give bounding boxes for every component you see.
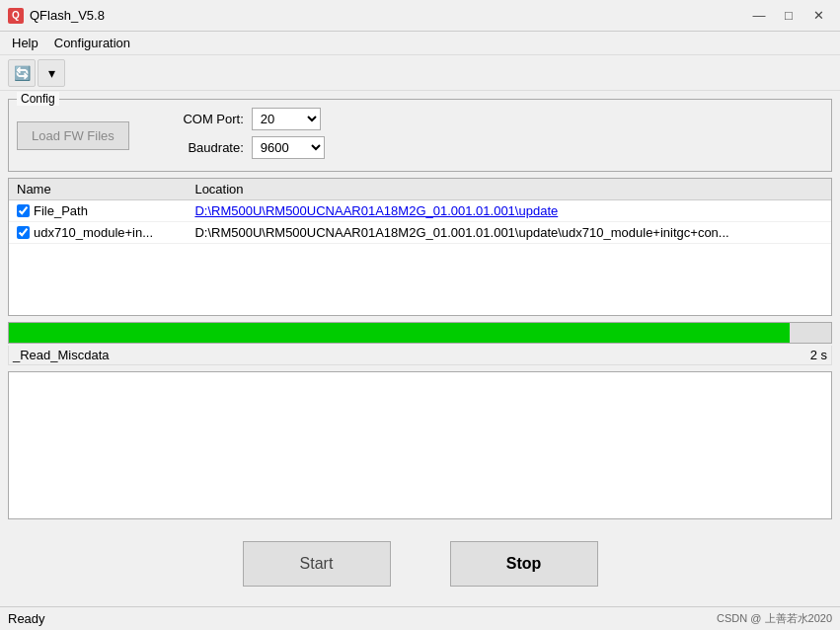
col-name: Name [9, 179, 187, 200]
table-row: File_PathD:\RM500U\RM500UCNAAR01A18M2G_0… [9, 200, 831, 222]
progress-bar-outer [8, 322, 832, 344]
file-checkbox[interactable] [17, 226, 30, 239]
progress-bar-inner [9, 323, 790, 343]
config-group: Config Load FW Files COM Port: 20 1 2 5 … [8, 99, 832, 172]
load-fw-button[interactable]: Load FW Files [17, 121, 129, 150]
baudrate-label: Baudrate: [165, 140, 244, 155]
status-text: Ready [8, 611, 45, 626]
maximize-button[interactable]: □ [775, 5, 802, 27]
col-location: Location [187, 179, 831, 200]
minimize-button[interactable]: — [745, 5, 773, 27]
progress-status: _Read_Miscdata [13, 348, 110, 362]
buttons-row: Start Stop [8, 525, 832, 598]
title-bar-left: Q QFlash_V5.8 [8, 8, 105, 24]
progress-section: _Read_Miscdata 2 s [8, 322, 832, 365]
log-area[interactable] [8, 371, 832, 519]
com-port-row: COM Port: 20 1 2 5 10 [165, 108, 325, 130]
main-content: Config Load FW Files COM Port: 20 1 2 5 … [0, 91, 840, 606]
file-table: Name Location File_PathD:\RM500U\RM500UC… [9, 179, 831, 244]
config-fields: COM Port: 20 1 2 5 10 Baudrate: 9600 192… [165, 108, 325, 163]
file-location-cell: D:\RM500U\RM500UCNAAR01A18M2G_01.001.01.… [187, 200, 831, 222]
file-location-link[interactable]: D:\RM500U\RM500UCNAAR01A18M2G_01.001.01.… [194, 203, 558, 218]
toolbar-extra-button[interactable]: ▾ [38, 59, 65, 87]
file-table-wrapper: Name Location File_PathD:\RM500U\RM500UC… [8, 178, 832, 316]
config-group-title: Config [17, 92, 59, 106]
progress-label-row: _Read_Miscdata 2 s [8, 346, 832, 365]
refresh-icon: 🔄 [14, 65, 31, 81]
close-button[interactable]: ✕ [804, 5, 832, 27]
stop-button[interactable]: Stop [450, 541, 598, 587]
down-icon: ▾ [48, 65, 55, 81]
file-name: File_Path [34, 203, 88, 218]
toolbar-refresh-button[interactable]: 🔄 [8, 59, 36, 87]
window-controls: — □ ✕ [745, 5, 832, 27]
status-bar: Ready CSDN @ 上善若水2020 [0, 606, 840, 630]
toolbar: 🔄 ▾ [0, 55, 840, 91]
table-row: udx710_module+in...D:\RM500U\RM500UCNAAR… [9, 222, 831, 244]
menu-item-configuration[interactable]: Configuration [46, 34, 138, 52]
file-checkbox[interactable] [17, 204, 30, 217]
app-icon: Q [8, 8, 24, 24]
file-name-cell: File_Path [9, 200, 187, 222]
baudrate-row: Baudrate: 9600 19200 38400 57600 115200 [165, 136, 325, 159]
com-port-select[interactable]: 20 1 2 5 10 [252, 108, 321, 130]
baudrate-select[interactable]: 9600 19200 38400 57600 115200 [252, 136, 325, 159]
title-bar: Q QFlash_V5.8 — □ ✕ [0, 0, 840, 32]
window-title: QFlash_V5.8 [30, 8, 105, 23]
menu-item-help[interactable]: Help [4, 34, 46, 52]
com-port-label: COM Port: [165, 112, 244, 126]
status-right: CSDN @ 上善若水2020 [717, 611, 832, 626]
progress-time: 2 s [810, 348, 827, 362]
file-location-cell: D:\RM500U\RM500UCNAAR01A18M2G_01.001.01.… [187, 222, 831, 244]
start-button[interactable]: Start [243, 541, 391, 587]
file-name: udx710_module+in... [34, 225, 153, 240]
file-name-cell: udx710_module+in... [9, 222, 187, 244]
menu-bar: Help Configuration [0, 32, 840, 55]
